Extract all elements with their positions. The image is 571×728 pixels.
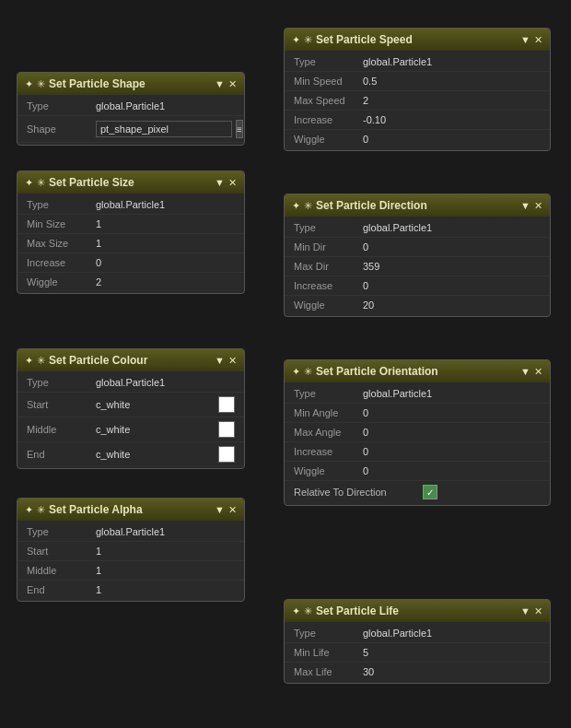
min-life-label: Min Life bbox=[294, 647, 363, 658]
table-row: Type global.Particle1 bbox=[17, 97, 244, 116]
set-particle-speed-body: Type global.Particle1 Min Speed 0.5 Max … bbox=[285, 51, 550, 150]
shape-input[interactable] bbox=[96, 121, 232, 137]
set-particle-shape-body: Type global.Particle1 Shape ≡ bbox=[17, 95, 244, 145]
type-value: global.Particle1 bbox=[96, 100, 235, 112]
sparkle-icon: ✳ bbox=[37, 355, 45, 367]
collapse-arrow-icon[interactable]: ▼ bbox=[520, 200, 530, 211]
start-color-swatch[interactable] bbox=[218, 396, 235, 413]
wiggle-value: 0 bbox=[363, 465, 541, 476]
collapse-arrow-icon[interactable]: ▼ bbox=[215, 355, 225, 366]
table-row: Max Size 1 bbox=[17, 234, 244, 253]
increase-label: Increase bbox=[27, 257, 96, 268]
wiggle-label: Wiggle bbox=[294, 299, 363, 311]
close-icon[interactable]: ✕ bbox=[228, 355, 237, 367]
type-label: Type bbox=[27, 526, 96, 537]
collapse-arrow-icon[interactable]: ▼ bbox=[520, 34, 530, 45]
increase-value: 0 bbox=[96, 257, 235, 268]
close-icon[interactable]: ✕ bbox=[534, 605, 542, 617]
pin-icon: ✦ bbox=[25, 177, 33, 189]
relative-to-direction-row: Relative To Direction ✓ bbox=[285, 481, 550, 503]
type-value: global.Particle1 bbox=[363, 56, 541, 67]
set-particle-shape-title: Set Particle Shape bbox=[49, 77, 146, 90]
set-particle-orientation-header: ✦ ✳ Set Particle Orientation ▼ ✕ bbox=[285, 360, 550, 382]
table-row: Max Angle 0 bbox=[285, 423, 550, 442]
collapse-arrow-icon[interactable]: ▼ bbox=[215, 177, 225, 188]
table-row: Middle 1 bbox=[17, 561, 244, 581]
set-particle-life-panel: ✦ ✳ Set Particle Life ▼ ✕ Type global.Pa… bbox=[284, 599, 551, 684]
table-row: Middle c_white bbox=[17, 417, 244, 442]
set-particle-size-header: ✦ ✳ Set Particle Size ▼ ✕ bbox=[17, 171, 244, 194]
set-particle-direction-panel: ✦ ✳ Set Particle Direction ▼ ✕ Type glob… bbox=[284, 194, 551, 317]
collapse-arrow-icon[interactable]: ▼ bbox=[520, 366, 530, 377]
relative-to-direction-checkbox[interactable]: ✓ bbox=[423, 485, 437, 499]
sparkle-icon: ✳ bbox=[37, 177, 45, 189]
table-row: Increase 0 bbox=[285, 442, 550, 462]
table-row: Increase 0 bbox=[285, 276, 550, 296]
set-particle-size-title: Set Particle Size bbox=[49, 176, 134, 189]
end-value: c_white bbox=[96, 449, 218, 460]
type-value: global.Particle1 bbox=[96, 199, 235, 210]
wiggle-label: Wiggle bbox=[27, 276, 96, 288]
type-label: Type bbox=[27, 100, 96, 112]
close-icon[interactable]: ✕ bbox=[228, 78, 237, 90]
sparkle-icon: ✳ bbox=[37, 504, 45, 516]
type-label: Type bbox=[294, 388, 363, 399]
table-row: Increase -0.10 bbox=[285, 111, 550, 130]
set-particle-shape-header: ✦ ✳ Set Particle Shape ▼ ✕ bbox=[17, 73, 244, 95]
start-value: c_white bbox=[96, 399, 218, 410]
max-angle-value: 0 bbox=[363, 427, 541, 438]
min-angle-label: Min Angle bbox=[294, 407, 363, 418]
table-row: Type global.Particle1 bbox=[285, 384, 550, 404]
table-row: Max Dir 359 bbox=[285, 257, 550, 276]
collapse-arrow-icon[interactable]: ▼ bbox=[215, 78, 225, 89]
wiggle-label: Wiggle bbox=[294, 134, 363, 145]
middle-label: Middle bbox=[27, 424, 96, 435]
set-particle-orientation-panel: ✦ ✳ Set Particle Orientation ▼ ✕ Type gl… bbox=[284, 359, 551, 506]
type-value: global.Particle1 bbox=[96, 377, 235, 388]
close-icon[interactable]: ✕ bbox=[534, 366, 542, 378]
table-row: Type global.Particle1 bbox=[17, 373, 244, 393]
collapse-arrow-icon[interactable]: ▼ bbox=[520, 605, 530, 616]
type-value: global.Particle1 bbox=[363, 388, 541, 399]
end-label: End bbox=[27, 584, 96, 595]
table-row: Start c_white bbox=[17, 393, 244, 417]
collapse-arrow-icon[interactable]: ▼ bbox=[215, 504, 225, 515]
pin-icon: ✦ bbox=[25, 78, 33, 90]
pin-icon: ✦ bbox=[25, 504, 33, 516]
set-particle-orientation-title: Set Particle Orientation bbox=[316, 365, 438, 378]
close-icon[interactable]: ✕ bbox=[534, 34, 542, 46]
max-angle-label: Max Angle bbox=[294, 427, 363, 438]
table-row: Min Size 1 bbox=[17, 215, 244, 234]
end-value: 1 bbox=[96, 584, 235, 595]
close-icon[interactable]: ✕ bbox=[534, 200, 542, 212]
sparkle-icon: ✳ bbox=[304, 34, 312, 46]
start-label: Start bbox=[27, 399, 96, 410]
table-row: Increase 0 bbox=[17, 253, 244, 273]
min-speed-value: 0.5 bbox=[363, 76, 541, 87]
increase-value: 0 bbox=[363, 280, 541, 291]
wiggle-value: 20 bbox=[363, 299, 541, 311]
set-particle-colour-title: Set Particle Colour bbox=[49, 354, 147, 367]
middle-color-swatch[interactable] bbox=[218, 421, 235, 438]
type-label: Type bbox=[294, 628, 363, 639]
close-icon[interactable]: ✕ bbox=[228, 504, 237, 516]
min-angle-value: 0 bbox=[363, 407, 541, 418]
max-speed-value: 2 bbox=[363, 95, 541, 106]
table-row: Max Life 30 bbox=[285, 663, 550, 681]
type-value: global.Particle1 bbox=[363, 222, 541, 233]
browse-button[interactable]: ≡ bbox=[236, 120, 243, 138]
set-particle-life-title: Set Particle Life bbox=[316, 605, 399, 617]
type-label: Type bbox=[294, 56, 363, 67]
increase-label: Increase bbox=[294, 446, 363, 457]
type-label: Type bbox=[27, 199, 96, 210]
end-color-swatch[interactable] bbox=[218, 446, 235, 463]
end-label: End bbox=[27, 449, 96, 460]
pin-icon: ✦ bbox=[292, 366, 300, 378]
close-icon[interactable]: ✕ bbox=[228, 177, 237, 189]
sparkle-icon: ✳ bbox=[304, 200, 312, 212]
middle-value: 1 bbox=[96, 565, 235, 576]
table-row: End 1 bbox=[17, 581, 244, 599]
set-particle-life-header: ✦ ✳ Set Particle Life ▼ ✕ bbox=[285, 600, 550, 622]
start-label: Start bbox=[27, 546, 96, 557]
set-particle-orientation-body: Type global.Particle1 Min Angle 0 Max An… bbox=[285, 382, 550, 505]
